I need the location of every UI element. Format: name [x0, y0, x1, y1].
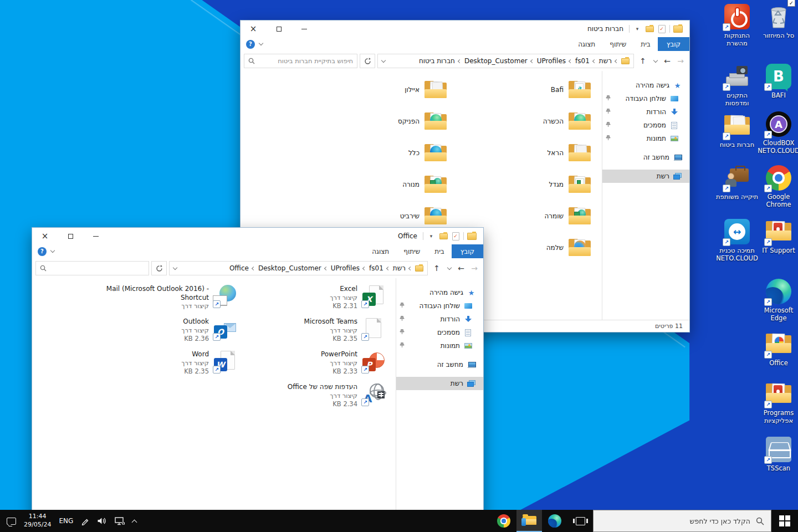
breadcrumb-network[interactable]: רשת	[393, 264, 406, 272]
recent-locations-dropdown[interactable]	[446, 262, 453, 275]
folder-tile-migdal[interactable]: מגדל	[452, 172, 591, 198]
folder-tile-harel[interactable]: הראל	[452, 141, 591, 166]
desktop-icon-cloudbox[interactable]: A ↗ CloudBOX NETO.CLOUD	[757, 111, 798, 155]
start-button[interactable]	[771, 510, 798, 532]
folder-tile-clal[interactable]: כלל	[308, 141, 447, 166]
help-icon[interactable]: ?	[246, 40, 255, 49]
qat-customize-dropdown[interactable]: ▾	[427, 231, 436, 242]
tab-view[interactable]: תצוגה	[365, 244, 396, 258]
taskbar-clock[interactable]: 11:44 29/05/24	[24, 513, 51, 529]
breadcrumb-uprofiles[interactable]: UProfiles	[331, 264, 360, 272]
breadcrumb-current[interactable]: חברות ביטוח	[419, 57, 455, 65]
nav-item-this-pc[interactable]: מחשב זה	[602, 151, 689, 164]
nav-item-documents[interactable]: מסמכים	[396, 326, 483, 339]
file-tile-outlook[interactable]: O↗ Outlook קיצור דרך 2.36 KB	[91, 318, 236, 344]
file-tile-office-language[interactable]: A↗ העדפות שפה של Office קיצור דרך 2.34 K…	[242, 383, 385, 410]
selection-checkbox[interactable]: ✓	[787, 0, 795, 7]
qat-new-folder-button[interactable]	[645, 23, 654, 34]
action-center-icon[interactable]	[7, 518, 16, 525]
forward-button[interactable]: →	[675, 54, 686, 68]
nav-item-downloads[interactable]: הורדות	[602, 105, 689, 119]
qat-properties-button[interactable]: ✓	[451, 231, 460, 242]
show-hidden-icons-chevron[interactable]	[132, 519, 137, 525]
breadcrumb-desktop-customer[interactable]: Desktop_Customer	[464, 57, 528, 65]
tab-home[interactable]: בית	[427, 244, 452, 258]
nav-item-network[interactable]: רשת	[396, 377, 483, 390]
breadcrumb-network[interactable]: רשת	[599, 57, 612, 65]
network-tray-icon[interactable]	[115, 517, 125, 525]
file-tile-mail[interactable]: ↗ Mail (Microsoft Outlook 2016) - Shortc…	[91, 285, 236, 311]
tab-share[interactable]: שיתוף	[396, 244, 427, 258]
nav-item-this-pc[interactable]: מחשב זה	[396, 358, 483, 371]
breadcrumb-desktop-customer[interactable]: Desktop_Customer	[258, 264, 321, 272]
nav-item-desktop[interactable]: שולחן העבודה	[396, 299, 483, 313]
taskbar-search-box[interactable]: הקלד כאן כדי לחפש	[593, 510, 771, 532]
tab-share[interactable]: שיתוף	[602, 37, 633, 51]
desktop-icon-recycle-bin[interactable]: ✓ סל המיחזור	[757, 3, 798, 39]
folder-tile-bafi[interactable]: a Bafi	[452, 78, 591, 103]
desktop-icon-server-disconnect[interactable]: ↗ התנתקות מהשרת	[715, 3, 759, 48]
desktop-icon-bafi[interactable]: B ↗ BAFI	[757, 63, 798, 99]
tab-file[interactable]: קובץ	[658, 37, 689, 51]
search-box[interactable]	[35, 261, 149, 275]
address-dropdown-icon[interactable]	[381, 58, 386, 62]
desktop-icon-google-chrome[interactable]: ↗ Google Chrome	[757, 165, 798, 209]
file-tile-powerpoint[interactable]: P↗ PowerPoint קיצור דרך 2.33 KB	[242, 350, 385, 377]
qat-customize-dropdown[interactable]: ▾	[633, 23, 642, 34]
taskbar-chrome-button[interactable]	[491, 510, 516, 532]
taskbar-task-view-button[interactable]	[567, 510, 593, 532]
folder-tile-menora[interactable]: מנורה	[308, 172, 447, 198]
tab-home[interactable]: בית	[633, 37, 658, 51]
folder-tile-hachshara[interactable]: הכשרה	[452, 109, 591, 135]
minimize-button[interactable]	[291, 21, 317, 37]
pen-icon[interactable]	[81, 517, 89, 525]
back-button[interactable]: ←	[456, 262, 467, 275]
folder-tile-shomera[interactable]: שומרה	[452, 204, 591, 229]
language-indicator[interactable]: ENG	[59, 517, 73, 525]
nav-item-documents[interactable]: מסמכים	[602, 119, 689, 132]
forward-button[interactable]: →	[469, 262, 480, 275]
nav-item-quick-access[interactable]: ★ גישה מהירה	[602, 79, 689, 92]
nav-item-pictures[interactable]: תמונות	[396, 339, 483, 352]
file-tile-teams[interactable]: ↗ Microsoft Teams קיצור דרך 2.35 KB	[242, 318, 385, 344]
taskbar-edge-button[interactable]	[542, 510, 567, 532]
desktop-icon-shared-folder[interactable]: ↗ תיקייה משותפת	[715, 165, 759, 201]
search-box[interactable]: חיפוש בתיקיית חברות ביטוח	[244, 54, 357, 68]
desktop-icon-office-folder[interactable]: ↗ Office	[757, 331, 798, 367]
maximize-button[interactable]	[58, 228, 83, 244]
back-button[interactable]: ←	[662, 54, 673, 68]
address-bar[interactable]: רשת fs01 UProfiles Desktop_Customer חברו…	[377, 54, 634, 68]
qat-properties-button[interactable]: ✓	[657, 23, 666, 34]
volume-icon[interactable]	[97, 517, 107, 525]
desktop-icon-devices-printers[interactable]: ↗ התקנים ומדפסות	[715, 63, 759, 108]
maximize-button[interactable]	[266, 21, 291, 37]
folder-tile-phoenix[interactable]: הפניקס	[308, 109, 447, 135]
up-button[interactable]: ↑	[636, 54, 649, 68]
folder-tile-ayalon[interactable]: איילון	[308, 78, 447, 103]
folder-tile-shirbit[interactable]: שירביט	[308, 204, 447, 229]
desktop-icon-insurance-folder[interactable]: ↗ חברות ביטוח	[715, 112, 759, 149]
address-dropdown-icon[interactable]	[173, 265, 177, 269]
nav-item-pictures[interactable]: תמונות	[602, 132, 689, 145]
qat-new-folder-button[interactable]	[439, 231, 448, 242]
desktop-icon-tsscan[interactable]: ↗ TSScan	[757, 436, 798, 472]
ribbon-expand-chevron-icon[interactable]	[50, 248, 55, 253]
help-icon[interactable]: ?	[38, 247, 47, 256]
ribbon-expand-chevron-icon[interactable]	[259, 41, 263, 45]
nav-item-network[interactable]: רשת	[602, 170, 689, 183]
nav-item-desktop[interactable]: שולחן העבודה	[602, 92, 689, 105]
breadcrumb-fs01[interactable]: fs01	[575, 57, 590, 65]
taskbar-explorer-button[interactable]	[516, 510, 542, 532]
file-tile-word[interactable]: W↗ Word קיצור דרך 2.35 KB	[91, 350, 236, 377]
refresh-button[interactable]	[360, 54, 375, 68]
file-tile-excel[interactable]: X↗ Excel קיצור דרך 2.31 KB	[242, 285, 385, 311]
refresh-button[interactable]	[151, 261, 167, 275]
nav-item-downloads[interactable]: הורדות	[396, 313, 483, 326]
desktop-icon-microsoft-edge[interactable]: ↗ Microsoft Edge	[757, 278, 798, 323]
desktop-icon-programs[interactable]: ↗ Programs אפליקציות	[757, 381, 798, 425]
tab-view[interactable]: תצוגה	[571, 37, 602, 51]
tab-file[interactable]: קובץ	[452, 244, 483, 258]
up-button[interactable]: ↑	[430, 262, 443, 275]
recent-locations-dropdown[interactable]	[652, 54, 659, 68]
nav-item-quick-access[interactable]: ★ גישה מהירה	[396, 286, 483, 299]
